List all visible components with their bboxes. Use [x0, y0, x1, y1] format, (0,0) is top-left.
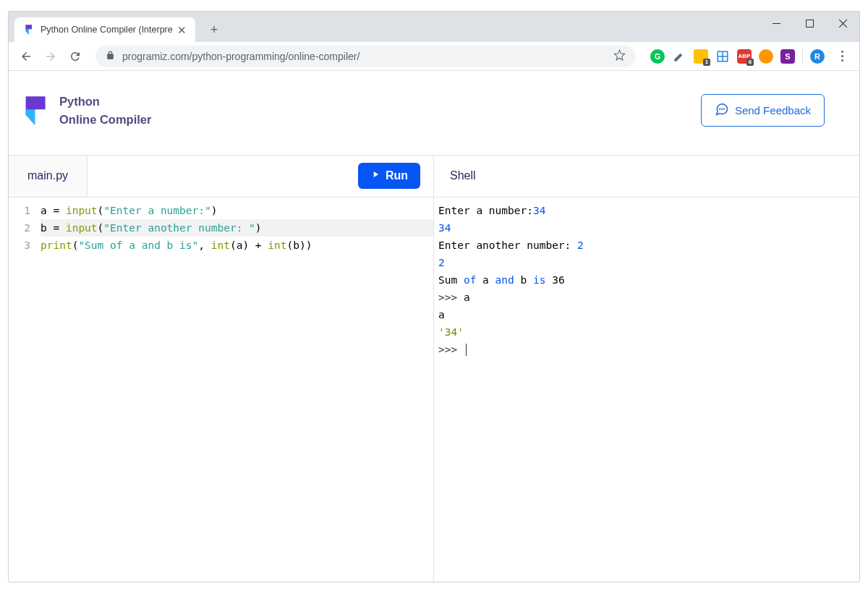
run-label: Run — [386, 169, 408, 182]
tab-favicon-icon — [23, 24, 35, 35]
brand-line2: Online Compiler — [59, 111, 151, 129]
extension-colorpicker-icon[interactable] — [672, 49, 686, 64]
line-number: 1 — [9, 202, 30, 219]
shell-label: Shell — [434, 169, 492, 182]
extension-s-icon[interactable]: S — [780, 49, 795, 64]
shell-line: >>> a — [438, 289, 859, 306]
send-feedback-button[interactable]: Send Feedback — [701, 94, 825, 127]
shell-panel: Shell Enter a number:34 34 Enter another… — [434, 156, 859, 582]
extension-adblock-icon[interactable]: ABP6 — [737, 49, 752, 64]
chat-icon — [715, 102, 729, 119]
bookmark-star-icon[interactable] — [613, 49, 626, 64]
file-tab[interactable]: main.py — [9, 156, 88, 197]
line-number: 2 — [9, 219, 30, 237]
reload-button[interactable] — [65, 46, 85, 67]
run-button[interactable]: Run — [358, 163, 420, 189]
browser-tab[interactable]: Python Online Compiler (Interpre ✕ — [14, 17, 195, 42]
extension-icons: G 1 ABP6 S R — [650, 49, 852, 64]
code-editor[interactable]: 1 2 3 a = input("Enter a number:") b = i… — [9, 198, 433, 582]
extension-grid-icon[interactable] — [715, 49, 730, 64]
extension-yellow-icon[interactable]: 1 — [694, 49, 708, 64]
shell-line: Enter another number: 2 — [438, 237, 859, 254]
tab-title-text: Python Online Compiler (Interpre — [41, 25, 176, 35]
lock-icon — [106, 51, 115, 62]
shell-line: 34 — [438, 219, 859, 237]
shell-header: Shell — [434, 156, 859, 198]
code-line: print("Sum of a and b is", int(a) + int(… — [41, 237, 433, 254]
shell-line: Enter a number:34 — [438, 202, 859, 219]
shell-cursor — [466, 344, 467, 356]
code-line: a = input("Enter a number:") — [41, 202, 433, 219]
workspace: main.py Run 1 2 3 — [9, 155, 859, 582]
browser-toolbar: programiz.com/python-programming/online-… — [9, 42, 859, 71]
forward-button[interactable] — [41, 46, 61, 67]
play-icon — [370, 169, 380, 182]
shell-line: Sum of a and b is 36 — [438, 271, 859, 289]
filename: main.py — [27, 169, 68, 182]
url-text: programiz.com/python-programming/online-… — [122, 51, 613, 62]
shell-line: 2 — [438, 254, 859, 271]
shell-output[interactable]: Enter a number:34 34 Enter another numbe… — [434, 198, 859, 582]
browser-menu-button[interactable] — [832, 51, 852, 61]
new-tab-button[interactable]: + — [204, 20, 224, 40]
profile-avatar[interactable]: R — [810, 49, 825, 64]
extension-grammarly-icon[interactable]: G — [650, 49, 665, 64]
svg-rect-1 — [806, 20, 813, 27]
close-window-button[interactable] — [826, 12, 859, 35]
shell-line: a — [438, 306, 859, 323]
title-bar: Python Online Compiler (Interpre ✕ + — [9, 12, 859, 42]
close-tab-icon[interactable]: ✕ — [176, 25, 188, 35]
code-line: b = input("Enter another number: ") — [41, 219, 433, 237]
brand-text: Python Online Compiler — [59, 93, 151, 129]
feedback-label: Send Feedback — [735, 104, 811, 116]
shell-line: '34' — [438, 323, 859, 341]
brand: Python Online Compiler — [23, 93, 151, 129]
svg-point-8 — [722, 109, 723, 109]
back-button[interactable] — [16, 46, 36, 67]
editor-panel: main.py Run 1 2 3 — [9, 156, 434, 582]
code-lines: a = input("Enter a number:") b = input("… — [38, 198, 433, 582]
page-header: Python Online Compiler Send Feedback — [9, 71, 859, 155]
brand-line1: Python — [59, 93, 151, 111]
svg-point-7 — [720, 109, 720, 109]
page-content: Python Online Compiler Send Feedback mai… — [9, 71, 859, 582]
browser-window: Python Online Compiler (Interpre ✕ + pro… — [8, 11, 860, 582]
editor-header: main.py Run — [9, 156, 433, 198]
divider — [802, 49, 803, 64]
maximize-button[interactable] — [793, 12, 826, 35]
extension-orange-icon[interactable] — [759, 49, 773, 64]
line-gutter: 1 2 3 — [9, 198, 38, 582]
svg-point-9 — [723, 109, 724, 109]
shell-line: >>> — [438, 341, 859, 358]
line-number: 3 — [9, 237, 30, 254]
window-controls — [760, 12, 859, 35]
programiz-logo-icon — [23, 95, 49, 127]
minimize-button[interactable] — [760, 12, 793, 35]
address-bar[interactable]: programiz.com/python-programming/online-… — [95, 46, 636, 67]
